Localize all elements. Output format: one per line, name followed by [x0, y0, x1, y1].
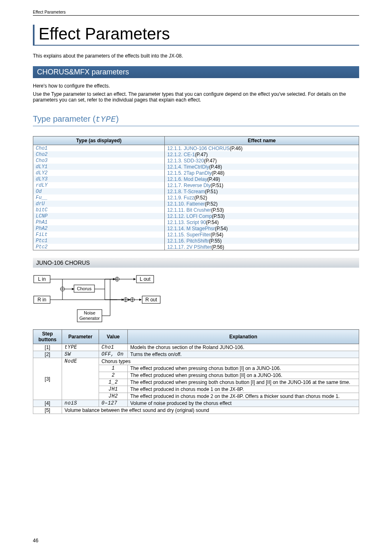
page-ref: (P.56) [211, 244, 224, 250]
effect-link[interactable]: 12.1.5. 2Tap PanDly [167, 170, 212, 176]
type-cell: dLY3 [33, 176, 165, 182]
effect-link[interactable]: 12.1.8. T-Scream [167, 189, 205, 194]
col-type-header: Type (as displayed) [33, 136, 165, 145]
effect-cell: 12.1.12. LOFI Comp(P.53) [165, 213, 359, 219]
param-cell: SW [62, 351, 99, 358]
diag-chorus: Chorus [77, 286, 92, 291]
effect-cell: 12.1.11. Bit Crusher(P.53) [165, 207, 359, 213]
value-cell: OFF, On [99, 351, 128, 358]
effect-link[interactable]: 12.1.9. Fuzz [167, 195, 194, 201]
value-cell: 2 [99, 372, 128, 379]
desc-line: Use the Type parameter to select an effe… [33, 91, 359, 103]
value-cell: 0–127 [99, 400, 128, 407]
diag-r-in: R in [37, 297, 46, 303]
step-cell: [3] [33, 358, 62, 400]
effect-cell: 12.1.8. T-Scream(P.51) [165, 188, 359, 194]
col-value-header: Value [99, 330, 128, 344]
expl-cell: The effect produced in chorus mode 1 on … [128, 386, 359, 393]
param-cell: NodE [62, 358, 99, 400]
value-cell: JH1 [99, 386, 128, 393]
value-cell: Cho1 [99, 344, 128, 351]
col-effect-header: Effect name [165, 136, 359, 145]
effect-link[interactable]: 12.1.17. 2V PShifter [167, 244, 211, 250]
page-ref: (P.47) [195, 152, 208, 157]
effect-cell: 12.1.14. M StagePhsr(P.54) [165, 225, 359, 231]
col-param-header: Parameter [62, 330, 99, 344]
effect-cell: 12.1.3. SDD-320(P.47) [165, 157, 359, 164]
page-ref: (P.49) [207, 176, 220, 182]
page-ref: (P.52) [194, 195, 207, 201]
page-ref: (P.54) [206, 220, 219, 225]
type-cell: Cho1 [33, 145, 165, 152]
effect-link[interactable]: 12.1.2. CE-1 [167, 152, 195, 157]
effect-link[interactable]: 12.1.6. Mod Delay [167, 176, 207, 182]
effect-link[interactable]: 12.1.10. Fattener [167, 201, 205, 207]
heading-suffix: ) [116, 114, 119, 123]
param-cell: noiS [62, 400, 99, 407]
section-heading-chorus-mfx: CHORUS&MFX parameters [33, 66, 359, 78]
col-expl-header: Explanation [128, 330, 359, 344]
effect-cell: 12.1.6. Mod Delay(P.49) [165, 176, 359, 182]
type-table: Type (as displayed) Effect name Cho112.1… [33, 136, 359, 250]
effect-cell: 12.1.7. Reverse Dly(P.51) [165, 182, 359, 188]
page-ref: (P.53) [212, 213, 225, 219]
page-ref: (P.53) [211, 207, 224, 213]
effect-link[interactable]: 12.1.4. TimeCtrlDly [167, 164, 209, 170]
effect-link[interactable]: 12.1.14. M StagePhsr [167, 226, 215, 231]
effect-link[interactable]: 12.1.15. SuperFilter [167, 232, 210, 238]
heading-prefix: Type parameter ( [33, 114, 95, 123]
page-ref: (P.46) [230, 146, 242, 151]
subsection-heading-juno: JUNO-106 CHORUS [33, 258, 359, 268]
type-cell: drU [33, 201, 165, 207]
effect-cell: 12.1.16. PitchShiftr(P.55) [165, 238, 359, 244]
effect-link[interactable]: 12.1.1. JUNO-106 CHORUS [167, 146, 230, 151]
intro-text: This explains about the parameters of th… [33, 53, 359, 59]
effect-link[interactable]: 12.1.3. SDD-320 [167, 158, 204, 164]
type-cell: LCNP [33, 213, 165, 219]
type-cell: Od [33, 188, 165, 194]
expl-cell: Turns the effects on/off. [128, 351, 359, 358]
step-cell: [2] [33, 351, 62, 358]
type-cell: dLY1 [33, 164, 165, 170]
step-cell: [5] [33, 407, 62, 414]
page-title: Effect Parameters [39, 25, 359, 43]
type-cell: Cho3 [33, 157, 165, 164]
effect-cell: 12.1.4. TimeCtrlDly(P.48) [165, 164, 359, 170]
expl-cell: The effect produced when pressing chorus… [128, 372, 359, 379]
desc-line: Here's how to configure the effects. [33, 83, 359, 89]
effect-cell: 12.1.2. CE-1(P.47) [165, 151, 359, 157]
effect-cell: 12.1.15. SuperFilter(P.54) [165, 231, 359, 238]
page-ref: (P.48) [212, 170, 224, 176]
heading-code: tYPE [95, 115, 116, 124]
expl-cell: The effect produced in chorus mode 2 on … [128, 393, 359, 400]
effect-cell: 12.1.9. Fuzz(P.52) [165, 194, 359, 201]
param-cell: tYPE [62, 344, 99, 351]
type-parameter-heading: Type parameter (tYPE) [33, 114, 359, 126]
effect-link[interactable]: 12.1.12. LOFI Comp [167, 213, 212, 219]
page-ref: (P.54) [210, 232, 223, 238]
type-cell: PhA2 [33, 225, 165, 231]
effect-link[interactable]: 12.1.16. PitchShiftr [167, 238, 209, 244]
expl-cell: Models the chorus section of the Roland … [128, 344, 359, 351]
col-step-header: Step buttons [33, 330, 62, 344]
effect-link[interactable]: 12.1.11. Bit Crusher [167, 207, 211, 213]
diag-noise1: Noise [84, 310, 95, 315]
expl-cell: The effect produced when pressing both c… [128, 379, 359, 386]
expl-cell: Volume balance between the effect sound … [62, 407, 359, 414]
effect-link[interactable]: 12.1.7. Reverse Dly [167, 183, 210, 188]
type-cell: dLY2 [33, 170, 165, 176]
section-desc: Here's how to configure the effects. Use… [33, 83, 359, 103]
effect-link[interactable]: 12.1.13. Script 90 [167, 220, 206, 225]
effect-cell: 12.1.1. JUNO-106 CHORUS(P.46) [165, 145, 359, 152]
type-cell: Fu__ [33, 194, 165, 201]
step-cell: [4] [33, 400, 62, 407]
type-cell: rdLY [33, 182, 165, 188]
effect-cell: 12.1.10. Fattener(P.52) [165, 201, 359, 207]
step-cell: [1] [33, 344, 62, 351]
page-ref: (P.55) [209, 238, 221, 244]
expl-cell: Volume of noise produced by the chorus e… [128, 400, 359, 407]
type-cell: Cho2 [33, 151, 165, 157]
diag-l-out: L out [140, 276, 151, 282]
page-ref: (P.51) [210, 183, 223, 188]
effect-cell: 12.1.13. Script 90(P.54) [165, 219, 359, 225]
